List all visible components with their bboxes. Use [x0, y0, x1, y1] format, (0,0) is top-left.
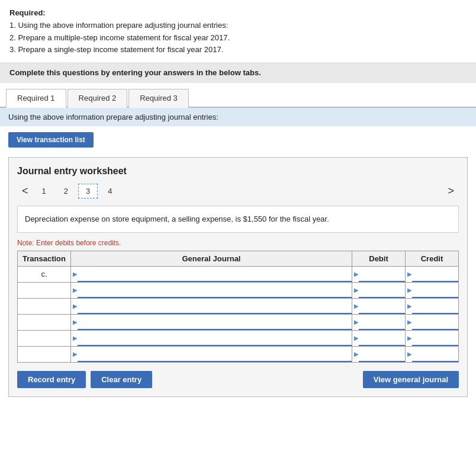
general-journal-cell[interactable]: ▶	[71, 298, 352, 314]
page-4[interactable]: 4	[100, 184, 120, 199]
table-row: ▶▶▶	[18, 346, 459, 362]
debit-credit-note: Note: Enter debits before credits.	[17, 239, 459, 247]
debit-cell[interactable]: ▶	[352, 314, 406, 330]
general-journal-cell[interactable]: ▶	[71, 266, 352, 282]
general-journal-cell[interactable]: ▶	[71, 282, 352, 298]
tabs-bar: Required 1 Required 2 Required 3	[0, 88, 476, 108]
general-journal-input[interactable]	[78, 347, 352, 362]
transaction-cell	[18, 346, 71, 362]
general-journal-cell[interactable]: ▶	[71, 346, 352, 362]
general-journal-cell[interactable]: ▶	[71, 314, 352, 330]
tab-required-1[interactable]: Required 1	[6, 89, 66, 108]
step3-text: 3. Prepare a single-step income statemen…	[9, 45, 223, 54]
debit-input[interactable]	[359, 283, 405, 298]
debit-input[interactable]	[359, 331, 405, 346]
credit-input[interactable]	[412, 331, 458, 346]
transaction-description: Depreciation expense on store equipment,…	[17, 206, 459, 233]
credit-input[interactable]	[412, 283, 458, 298]
instructions-section: Required: 1. Using the above information…	[0, 0, 476, 62]
general-journal-input[interactable]	[78, 299, 352, 314]
page-1[interactable]: 1	[34, 184, 54, 199]
debit-cell[interactable]: ▶	[352, 282, 406, 298]
general-journal-input[interactable]	[78, 331, 352, 346]
col-debit: Debit	[352, 251, 406, 266]
debit-cell[interactable]: ▶	[352, 330, 406, 346]
view-transaction-list-button[interactable]: View transaction list	[8, 132, 94, 148]
credit-input[interactable]	[412, 315, 458, 330]
record-entry-button[interactable]: Record entry	[17, 371, 86, 388]
table-row: ▶▶▶	[18, 298, 459, 314]
page-3[interactable]: 3	[78, 184, 98, 199]
table-row: ▶▶▶	[18, 330, 459, 346]
clear-entry-button[interactable]: Clear entry	[91, 371, 152, 388]
transaction-cell	[18, 282, 71, 298]
tab-required-3[interactable]: Required 3	[128, 89, 189, 108]
credit-cell[interactable]: ▶	[406, 298, 459, 314]
worksheet-container: Journal entry worksheet < 1 2 3 4 > Depr…	[8, 157, 468, 397]
debit-input[interactable]	[359, 299, 405, 314]
transaction-cell: c.	[18, 266, 71, 282]
col-credit: Credit	[406, 251, 459, 266]
required-label: Required:	[9, 8, 46, 17]
general-journal-input[interactable]	[78, 315, 352, 330]
debit-input[interactable]	[359, 315, 405, 330]
debit-input[interactable]	[359, 347, 405, 362]
view-general-journal-button[interactable]: View general journal	[363, 371, 459, 388]
page-2[interactable]: 2	[56, 184, 76, 199]
transaction-cell	[18, 298, 71, 314]
debit-cell[interactable]: ▶	[352, 298, 406, 314]
table-row: c.▶▶▶	[18, 266, 459, 282]
credit-input[interactable]	[412, 267, 458, 282]
general-journal-input[interactable]	[78, 267, 352, 282]
general-journal-cell[interactable]: ▶	[71, 330, 352, 346]
step1-text: 1. Using the above information prepare a…	[9, 21, 228, 30]
credit-cell[interactable]: ▶	[406, 282, 459, 298]
bottom-buttons: Record entry Clear entry View general jo…	[17, 371, 459, 388]
col-general-journal: General Journal	[71, 251, 352, 266]
col-transaction: Transaction	[18, 251, 71, 266]
transaction-cell	[18, 314, 71, 330]
next-page-arrow[interactable]: >	[443, 184, 459, 199]
journal-table: Transaction General Journal Debit Credit…	[17, 251, 459, 363]
pagination: < 1 2 3 4 >	[17, 184, 459, 199]
credit-input[interactable]	[412, 347, 458, 362]
prev-page-arrow[interactable]: <	[17, 184, 33, 199]
credit-input[interactable]	[412, 299, 458, 314]
credit-cell[interactable]: ▶	[406, 330, 459, 346]
step2-text: 2. Prepare a multiple-step income statem…	[9, 33, 230, 42]
debit-cell[interactable]: ▶	[352, 266, 406, 282]
worksheet-title: Journal entry worksheet	[17, 166, 459, 177]
complete-banner: Complete this questions by entering your…	[0, 62, 476, 83]
transaction-cell	[18, 330, 71, 346]
debit-cell[interactable]: ▶	[352, 346, 406, 362]
table-row: ▶▶▶	[18, 314, 459, 330]
general-journal-input[interactable]	[78, 283, 352, 298]
debit-input[interactable]	[359, 267, 405, 282]
credit-cell[interactable]: ▶	[406, 266, 459, 282]
table-row: ▶▶▶	[18, 282, 459, 298]
credit-cell[interactable]: ▶	[406, 346, 459, 362]
tab-description: Using the above information prepare adju…	[0, 108, 476, 126]
credit-cell[interactable]: ▶	[406, 314, 459, 330]
tab-required-2[interactable]: Required 2	[67, 89, 128, 108]
